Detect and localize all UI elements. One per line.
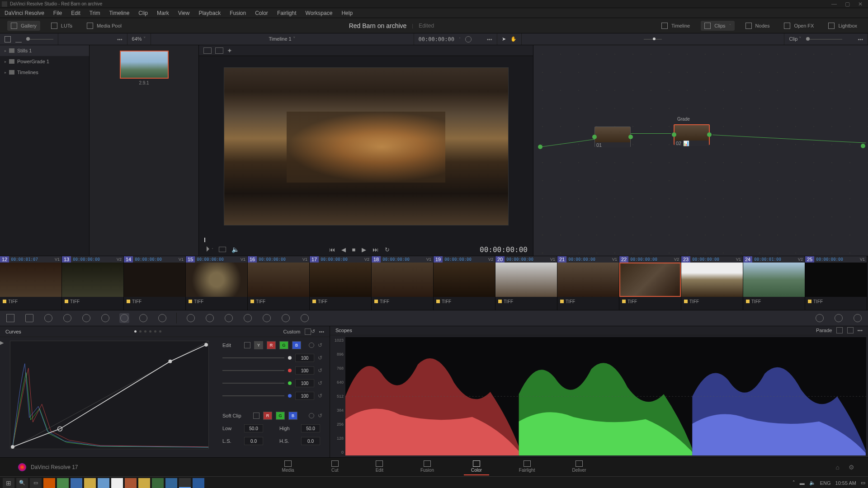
search-icon[interactable] <box>95 36 102 42</box>
node-01[interactable]: 01 <box>594 127 631 147</box>
y-slider[interactable] <box>222 357 284 358</box>
color-page[interactable]: Color <box>464 459 489 475</box>
tracking-icon[interactable] <box>205 313 215 323</box>
menu-color[interactable]: Color <box>255 10 268 16</box>
clip-thumbnail[interactable]: 1400:00:00:00V1 TIFF <box>124 256 186 310</box>
keyframes-icon[interactable] <box>815 313 825 323</box>
wipe-icon[interactable] <box>465 36 472 42</box>
viewer-canvas[interactable] <box>199 56 533 237</box>
window-icon[interactable] <box>186 313 196 323</box>
menu-help[interactable]: Help <box>341 10 353 16</box>
grid-view-icon[interactable] <box>74 36 80 42</box>
clip-thumbnail[interactable]: 1600:00:00:00V1 TIFF <box>248 256 310 310</box>
camera-raw-icon[interactable] <box>5 313 15 323</box>
blur-icon[interactable] <box>243 313 253 323</box>
fullscreen-icon[interactable] <box>476 36 482 42</box>
nodes-toggle[interactable]: Nodes <box>742 21 774 31</box>
export-icon[interactable] <box>15 36 22 42</box>
key-icon[interactable] <box>262 313 272 323</box>
minimize-button[interactable]: — <box>831 1 837 7</box>
b-slider[interactable] <box>222 395 284 396</box>
y-channel-button[interactable]: Y <box>254 341 263 349</box>
mediapool-toggle[interactable]: Media Pool <box>83 21 125 31</box>
scrubber[interactable] <box>199 237 533 243</box>
loop-icon[interactable]: ↻ <box>385 246 390 253</box>
menu-trim[interactable]: Trim <box>90 10 100 16</box>
network-icon[interactable]: ▬ <box>800 480 805 486</box>
node-zoom-slider[interactable] <box>644 39 662 40</box>
sc-r-button[interactable]: R <box>263 412 272 420</box>
list-view-icon[interactable] <box>85 36 91 42</box>
menu-fairlight[interactable]: Fairlight <box>277 10 297 16</box>
curves-mode-dropdown[interactable]: Custom <box>283 329 301 334</box>
fairlight-page[interactable]: Fairlight <box>512 459 542 475</box>
powergrade-tab[interactable]: PowerGrade 1 <box>0 56 89 67</box>
clip-thumbnail[interactable]: 1900:00:00:00V2 TIFF <box>434 256 495 310</box>
clip-thumbnail[interactable]: 1500:00:00:00V1 TIFF <box>186 256 248 310</box>
curves-graph[interactable] <box>10 341 209 449</box>
sizing-icon[interactable] <box>281 313 291 323</box>
hand-tool-icon[interactable]: ✋ <box>510 36 517 42</box>
single-view-icon[interactable] <box>203 47 212 54</box>
maximize-button[interactable]: ▢ <box>845 1 850 7</box>
menu-workspace[interactable]: Workspace <box>306 10 333 16</box>
rgb-mixer-icon[interactable] <box>81 313 91 323</box>
sc-b-button[interactable]: B <box>288 412 297 420</box>
clip-thumbnail[interactable]: 1200:00:01:07V1 TIFF <box>0 256 62 310</box>
color-picker-icon[interactable] <box>204 246 212 253</box>
high-value[interactable]: 50.0 <box>301 424 320 432</box>
curves-reset-icon[interactable]: ↺ <box>311 328 315 334</box>
taskview-icon[interactable]: ▭ <box>30 478 42 488</box>
fusion-page[interactable]: Fusion <box>413 459 441 475</box>
clips-toggle[interactable]: Clips ˅ <box>701 21 734 31</box>
3d-icon[interactable] <box>300 313 310 323</box>
timecode-field[interactable]: 00:00:00:00 <box>419 36 454 42</box>
more-icon[interactable]: ••• <box>117 37 123 42</box>
app-icon-9[interactable] <box>152 478 164 488</box>
clip-thumbnail[interactable]: 2000:00:00:00V1 TIFF <box>495 256 557 310</box>
panel-layout-icon[interactable] <box>5 36 11 42</box>
app-icon-10[interactable] <box>165 478 177 488</box>
node-graph[interactable]: 01 Grade 02📊 <box>533 45 868 256</box>
app-icon-11[interactable] <box>179 478 191 488</box>
menu-edit[interactable]: Edit <box>71 10 80 16</box>
node-02[interactable]: 02📊 <box>674 124 710 145</box>
image-wipe-icon[interactable] <box>219 247 226 252</box>
gallery-toggle[interactable]: Gallery <box>7 21 40 31</box>
clock[interactable]: 10:55 AM <box>835 480 856 486</box>
stills-tab[interactable]: Stills 1 <box>0 45 89 56</box>
node-expand-icon[interactable] <box>847 36 853 42</box>
menu-view[interactable]: View <box>178 10 190 16</box>
clip-thumbnail[interactable]: 1300:00:00:00V2 TIFF <box>62 256 124 310</box>
notifications-icon[interactable]: ▭ <box>861 480 865 486</box>
b-value[interactable]: 100 <box>295 392 314 400</box>
menu-playback[interactable]: Playback <box>198 10 221 16</box>
menu-timeline[interactable]: Timeline <box>109 10 129 16</box>
gallery-slider[interactable] <box>26 39 53 40</box>
curves-expand-icon[interactable] <box>305 328 311 335</box>
sc-settings-icon[interactable] <box>309 413 314 418</box>
b-reset-icon[interactable]: ↺ <box>318 393 324 399</box>
y-reset-icon[interactable]: ↺ <box>318 355 324 361</box>
edit-page[interactable]: Edit <box>368 459 391 475</box>
app-icon-5[interactable] <box>98 478 109 488</box>
timeline-dropdown[interactable]: Timeline 1 <box>269 36 295 42</box>
scopes-more-icon[interactable]: ••• <box>857 328 863 333</box>
language-indicator[interactable]: ENG <box>820 480 831 486</box>
app-icon-1[interactable] <box>43 478 55 488</box>
magic-mask-icon[interactable] <box>224 313 234 323</box>
scopes-settings-icon[interactable] <box>836 327 843 333</box>
cut-page[interactable]: Cut <box>324 459 346 475</box>
app-icon-2[interactable] <box>57 478 69 488</box>
menu-fusion[interactable]: Fusion <box>230 10 246 16</box>
low-value[interactable]: 50.0 <box>244 424 263 432</box>
curves-more-icon[interactable]: ••• <box>319 329 324 334</box>
color-match-icon[interactable] <box>24 313 34 323</box>
hdr-wheels-icon[interactable] <box>62 313 72 323</box>
edit-settings-icon[interactable] <box>309 343 314 348</box>
close-button[interactable]: ✕ <box>858 1 863 7</box>
clip-dropdown[interactable]: Clip <box>789 36 802 42</box>
app-icon-6[interactable] <box>111 478 123 488</box>
stop-icon[interactable]: ■ <box>352 246 356 253</box>
g-value[interactable]: 100 <box>295 379 314 387</box>
